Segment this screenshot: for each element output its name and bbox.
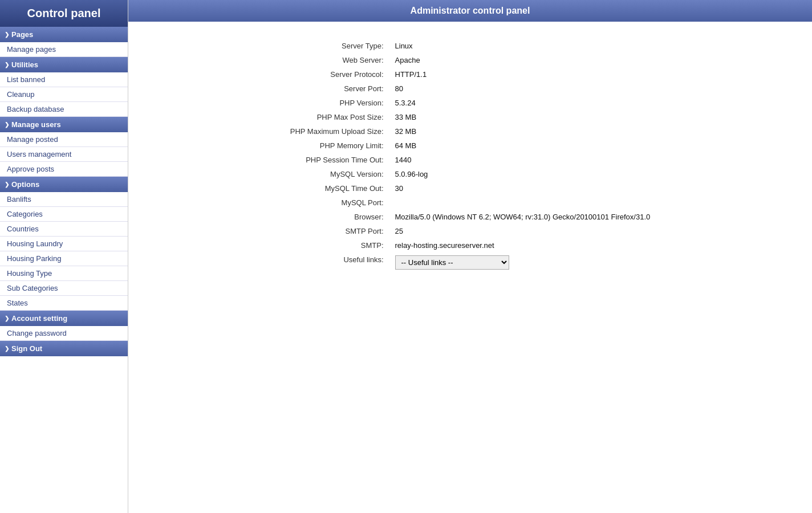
- sidebar-item-countries[interactable]: Countries: [0, 222, 128, 237]
- info-label: SMTP:: [285, 238, 389, 253]
- info-row: SMTP:relay-hosting.secureserver.net: [285, 238, 656, 253]
- info-label: MySQL Time Out:: [285, 181, 389, 196]
- info-value: 5.0.96-log: [389, 167, 656, 181]
- sidebar-section-manage-users[interactable]: ❯ Manage users: [0, 117, 128, 132]
- sidebar-section-pages[interactable]: ❯ Pages: [0, 27, 128, 42]
- info-row: Server Port:80: [285, 82, 656, 96]
- sidebar-item-banlifts[interactable]: Banlifts: [0, 192, 128, 207]
- info-value: 80: [389, 82, 656, 96]
- info-label: MySQL Version:: [285, 167, 389, 181]
- info-row: MySQL Version:5.0.96-log: [285, 167, 656, 181]
- info-value: HTTP/1.1: [389, 67, 656, 82]
- sidebar-title: Control panel: [0, 0, 128, 27]
- sidebar-item-approve-posts[interactable]: Approve posts: [0, 162, 128, 177]
- sidebar-item-housing-parking[interactable]: Housing Parking: [0, 251, 128, 266]
- chevron-right-icon: ❯: [5, 345, 9, 352]
- info-row: MySQL Port:: [285, 196, 656, 210]
- info-value: Apache: [389, 53, 656, 67]
- info-row: Server Protocol:HTTP/1.1: [285, 67, 656, 82]
- sidebar-item-backup-database[interactable]: Backup database: [0, 102, 128, 117]
- info-value: 32 MB: [389, 124, 656, 139]
- useful-links-select[interactable]: -- Useful links --: [395, 255, 509, 270]
- sidebar-item-list-banned[interactable]: List banned: [0, 72, 128, 87]
- info-label: PHP Maximum Upload Size:: [285, 124, 389, 139]
- info-row: Server Type:Linux: [285, 39, 656, 53]
- sidebar-item-states[interactable]: States: [0, 296, 128, 311]
- server-info-table: Server Type:LinuxWeb Server:ApacheServer…: [285, 39, 656, 272]
- info-value: relay-hosting.secureserver.net: [389, 238, 656, 253]
- info-value: Mozilla/5.0 (Windows NT 6.2; WOW64; rv:3…: [389, 210, 656, 224]
- info-row: Browser:Mozilla/5.0 (Windows NT 6.2; WOW…: [285, 210, 656, 224]
- info-value: 33 MB: [389, 110, 656, 124]
- main-header: Administrator control panel: [128, 0, 812, 22]
- sidebar-item-manage-posted[interactable]: Manage posted: [0, 132, 128, 147]
- info-value: -- Useful links --: [389, 253, 656, 272]
- info-label: Useful links:: [285, 253, 389, 272]
- info-row: PHP Version:5.3.24: [285, 96, 656, 110]
- info-value: 25: [389, 224, 656, 238]
- info-row: Web Server:Apache: [285, 53, 656, 67]
- chevron-down-icon: ❯: [5, 121, 9, 128]
- info-row: PHP Maximum Upload Size:32 MB: [285, 124, 656, 139]
- sidebar-item-change-password[interactable]: Change password: [0, 326, 128, 341]
- chevron-down-icon: ❯: [5, 315, 9, 321]
- sign-out-button[interactable]: ❯ Sign Out: [0, 341, 128, 356]
- info-value: 64 MB: [389, 139, 656, 153]
- chevron-down-icon: ❯: [5, 62, 9, 68]
- sidebar-item-cleanup[interactable]: Cleanup: [0, 87, 128, 102]
- sidebar-item-users-management[interactable]: Users management: [0, 147, 128, 162]
- info-value: 5.3.24: [389, 96, 656, 110]
- info-value: [389, 196, 656, 210]
- info-row: PHP Session Time Out:1440: [285, 153, 656, 167]
- info-value: 30: [389, 181, 656, 196]
- info-label: Browser:: [285, 210, 389, 224]
- info-label: SMTP Port:: [285, 224, 389, 238]
- info-label: PHP Session Time Out:: [285, 153, 389, 167]
- main-area: Administrator control panel Server Type:…: [128, 0, 812, 513]
- sidebar-item-housing-type[interactable]: Housing Type: [0, 266, 128, 281]
- info-label: PHP Memory Limit:: [285, 139, 389, 153]
- sidebar-item-categories[interactable]: Categories: [0, 207, 128, 222]
- chevron-down-icon: ❯: [5, 181, 9, 188]
- sidebar-item-housing-laundry[interactable]: Housing Laundry: [0, 237, 128, 251]
- sidebar-section-options[interactable]: ❯ Options: [0, 177, 128, 192]
- info-label: PHP Max Post Size:: [285, 110, 389, 124]
- info-label: PHP Version:: [285, 96, 389, 110]
- chevron-down-icon: ❯: [5, 31, 9, 38]
- info-label: Server Protocol:: [285, 67, 389, 82]
- sidebar-item-manage-pages[interactable]: Manage pages: [0, 42, 128, 57]
- sidebar-section-utilities[interactable]: ❯ Utilities: [0, 57, 128, 72]
- sidebar: Control panel ❯ PagesManage pages❯ Utili…: [0, 0, 128, 513]
- info-row: SMTP Port:25: [285, 224, 656, 238]
- info-row: PHP Memory Limit:64 MB: [285, 139, 656, 153]
- info-value: 1440: [389, 153, 656, 167]
- info-label: Web Server:: [285, 53, 389, 67]
- main-content: Server Type:LinuxWeb Server:ApacheServer…: [128, 22, 812, 290]
- info-label: Server Port:: [285, 82, 389, 96]
- info-row: MySQL Time Out:30: [285, 181, 656, 196]
- info-row: Useful links:-- Useful links --: [285, 253, 656, 272]
- sidebar-section-account-setting[interactable]: ❯ Account setting: [0, 311, 128, 326]
- sidebar-item-sub-categories[interactable]: Sub Categories: [0, 281, 128, 296]
- info-row: PHP Max Post Size:33 MB: [285, 110, 656, 124]
- info-label: MySQL Port:: [285, 196, 389, 210]
- info-value: Linux: [389, 39, 656, 53]
- info-label: Server Type:: [285, 39, 389, 53]
